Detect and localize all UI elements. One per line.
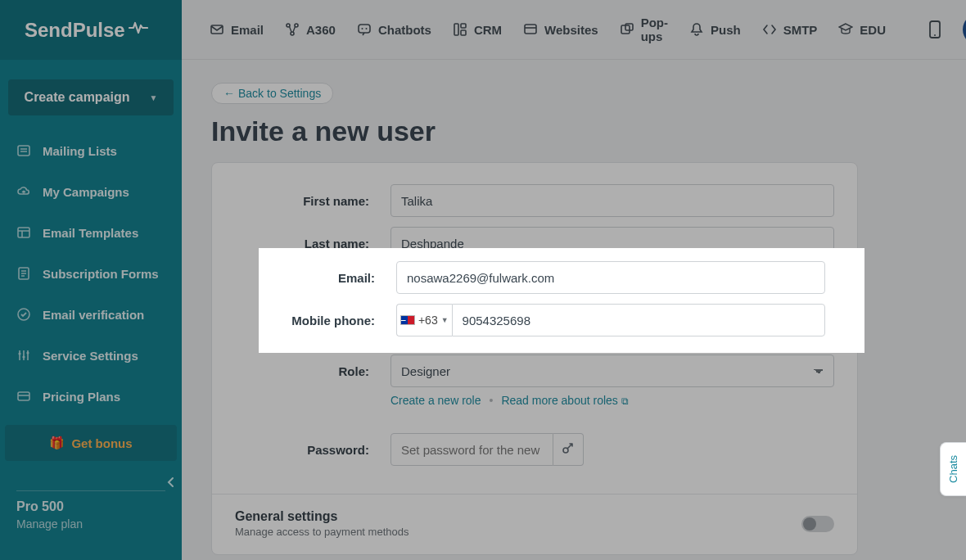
create-campaign-label: Create campaign — [25, 90, 130, 105]
svg-point-9 — [287, 24, 290, 27]
sidebar-item-label: Subscription Forms — [43, 267, 159, 281]
svg-rect-16 — [461, 24, 466, 28]
nav-smtp[interactable]: SMTP — [762, 22, 818, 37]
sidebar-item-mailing-lists[interactable]: Mailing Lists — [0, 130, 182, 171]
nav-email[interactable]: Email — [210, 22, 264, 37]
email-label: Email: — [235, 279, 390, 293]
card-icon — [16, 389, 31, 404]
sidebar-item-label: Service Settings — [43, 349, 138, 363]
nav-label: Chatbots — [378, 23, 431, 37]
svg-point-14 — [365, 28, 367, 29]
svg-point-13 — [361, 28, 363, 29]
first-name-input[interactable] — [390, 184, 834, 217]
form-icon — [16, 266, 31, 281]
check-icon — [16, 307, 31, 322]
get-bonus-button[interactable]: 🎁 Get bonus — [5, 425, 177, 461]
popup-icon — [620, 22, 634, 37]
nav-a360[interactable]: A360 — [285, 22, 336, 37]
brand-pulse-icon — [129, 20, 148, 39]
plan-block: Pro 500 Manage plan — [0, 499, 182, 531]
manage-plan-link[interactable]: Manage plan — [16, 517, 165, 531]
mobile-icon[interactable] — [928, 20, 941, 39]
sidebar-item-pricing-plans[interactable]: Pricing Plans — [0, 376, 182, 417]
avatar[interactable]: T — [963, 14, 966, 45]
page-title: Invite a new user — [211, 115, 937, 147]
role-label: Role: — [235, 364, 390, 378]
create-campaign-button[interactable]: Create campaign ▼ — [8, 79, 174, 115]
sidebar-item-subscription-forms[interactable]: Subscription Forms — [0, 253, 182, 294]
password-input[interactable] — [390, 433, 553, 466]
dot-separator: • — [490, 394, 494, 407]
layout-icon — [16, 225, 31, 240]
sidebar-collapse-button[interactable] — [165, 476, 177, 490]
chats-label: Chats — [947, 455, 959, 483]
graduation-icon — [838, 22, 853, 37]
invite-user-card: First name: Last name: Email: Mobile pho… — [211, 162, 858, 555]
svg-point-4 — [18, 352, 20, 355]
sidebar-item-service-settings[interactable]: Service Settings — [0, 335, 182, 376]
bonus-label: Get bonus — [71, 436, 132, 450]
code-icon — [762, 22, 777, 37]
nav-chatbots[interactable]: Chatbots — [357, 22, 431, 37]
general-settings-row: General settings Manage access to paymen… — [212, 495, 857, 554]
role-links: Create a new role • Read more about role… — [212, 394, 857, 407]
nav-popups[interactable]: Pop-ups — [620, 16, 668, 43]
svg-point-6 — [26, 351, 29, 354]
nav-label: Websites — [544, 23, 598, 37]
last-name-input[interactable] — [390, 227, 834, 260]
general-settings-title: General settings — [235, 509, 409, 524]
phone-input[interactable] — [446, 312, 834, 345]
flag-icon — [395, 323, 409, 333]
sidebar-item-email-templates[interactable]: Email Templates — [0, 212, 182, 253]
svg-rect-17 — [461, 30, 466, 35]
bell-icon — [689, 22, 704, 37]
sidebar-item-label: Pricing Plans — [43, 390, 120, 404]
plan-name: Pro 500 — [16, 499, 165, 514]
general-settings-subtitle: Manage access to payment methods — [235, 526, 409, 538]
brand-name: SendPulse — [25, 19, 125, 42]
chats-side-tab[interactable]: Chats — [940, 442, 966, 496]
generate-password-button[interactable] — [553, 433, 584, 466]
sidebar-item-label: Email Templates — [43, 226, 138, 240]
cloud-icon — [16, 184, 31, 199]
nav-label: Email — [231, 23, 264, 37]
password-label: Password: — [235, 443, 390, 457]
nav-push[interactable]: Push — [689, 22, 741, 37]
svg-point-11 — [291, 32, 294, 35]
nav-label: Push — [711, 23, 741, 37]
back-link-label: Back to Settings — [238, 87, 321, 100]
svg-rect-15 — [454, 24, 458, 35]
sidebar-divider — [16, 490, 165, 491]
first-name-label: First name: — [235, 194, 390, 208]
sliders-icon — [16, 348, 31, 363]
sidebar: SendPulse Create campaign ▼ Mailing List… — [0, 0, 182, 560]
svg-point-10 — [295, 24, 298, 27]
back-to-settings-link[interactable]: ← Back to Settings — [211, 83, 333, 104]
nav-label: CRM — [474, 23, 502, 37]
svg-rect-1 — [18, 228, 29, 237]
svg-rect-7 — [18, 392, 29, 400]
dial-code-select[interactable]: +63 ▼ — [390, 312, 446, 345]
nav-crm[interactable]: CRM — [453, 22, 502, 37]
sidebar-item-email-verification[interactable]: Email verification — [0, 294, 182, 335]
nav-label: A360 — [306, 23, 336, 37]
key-icon — [561, 440, 576, 458]
nav-edu[interactable]: EDU — [838, 22, 886, 37]
sidebar-item-my-campaigns[interactable]: My Campaigns — [0, 171, 182, 212]
chatbot-icon — [357, 22, 372, 37]
role-select[interactable]: Designer — [390, 355, 834, 387]
read-about-roles-link[interactable]: Read more about roles ⧉ — [501, 394, 628, 407]
nav-label: Pop-ups — [641, 16, 668, 43]
general-settings-toggle[interactable] — [801, 516, 834, 532]
nav-label: SMTP — [783, 23, 818, 37]
external-link-icon: ⧉ — [621, 395, 629, 407]
create-role-link[interactable]: Create a new role — [390, 394, 481, 407]
nav-websites[interactable]: Websites — [523, 22, 598, 37]
svg-rect-18 — [525, 25, 536, 34]
dial-code: +63 — [413, 322, 432, 335]
topbar: Email A360 Chatbots CRM Websites Pop-ups… — [182, 0, 966, 60]
email-input[interactable] — [390, 269, 834, 302]
chevron-down-icon: ▼ — [436, 324, 443, 332]
brand-logo: SendPulse — [0, 0, 182, 60]
phone-label: Mobile phone: — [235, 322, 390, 336]
